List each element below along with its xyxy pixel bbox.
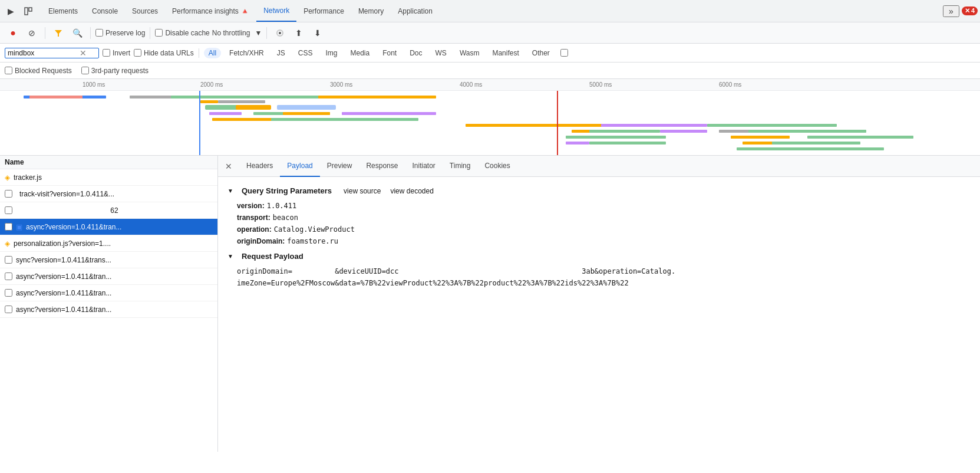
filter-type-wasm[interactable]: Wasm [455,48,484,58]
filter-type-js[interactable]: JS [272,48,290,58]
tab-console[interactable]: Console [85,0,125,22]
item-checkbox[interactable] [5,289,12,297]
filter-type-css[interactable]: CSS [293,48,318,58]
tab-response[interactable]: Response [359,156,405,177]
list-item[interactable]: 62 [0,202,217,219]
throttle-select[interactable]: No throttling ▼ [212,29,262,37]
tab-application[interactable]: Application [391,0,440,22]
bar-23 [660,130,707,133]
item-checkbox[interactable] [5,306,12,313]
ruler-1000: 1000 ms [83,81,105,88]
filter-type-all[interactable]: All [204,48,221,58]
download-icon[interactable]: ⬇ [309,25,326,41]
tab-memory[interactable]: Memory [351,0,391,22]
detail-content: ▼ Query String Parameters view source vi… [218,177,980,294]
bar-7 [218,100,265,103]
bar-17 [466,124,583,127]
list-item[interactable]: async?version=1.0.411&tran... [0,301,217,318]
hide-data-urls-label[interactable]: Hide data URLs [134,49,194,57]
upload-icon[interactable]: ⬆ [291,25,307,41]
bar-10 [277,105,336,110]
tab-payload[interactable]: Payload [280,156,319,177]
item-checkbox[interactable] [5,223,12,231]
request-payload-header[interactable]: ▼ Request Payload [227,247,971,265]
ruler-6000: 6000 ms [719,81,741,88]
toggle-icon: ▼ [227,188,233,194]
third-party-requests-label[interactable]: 3rd-party requests [81,67,149,75]
blocked-requests-label[interactable]: Blocked Requests [5,67,72,75]
tab-cookies[interactable]: Cookies [477,156,517,177]
filter-type-img[interactable]: Img [321,48,342,58]
filter-type-fetch-xhr[interactable]: Fetch/XHR [225,48,269,58]
view-decoded-link[interactable]: view decoded [390,187,433,195]
record-button[interactable]: ● [5,25,21,41]
more-tabs-button[interactable]: » [943,5,959,17]
tab-headers[interactable]: Headers [239,156,280,177]
inspect-icon[interactable] [20,3,37,19]
js-icon: ◈ [5,239,10,248]
bar-25 [748,130,866,133]
hide-data-urls-checkbox[interactable] [134,49,141,57]
preserve-log-label[interactable]: Preserve log [95,29,145,37]
separator-4 [266,27,267,39]
main-tabs: Elements Console Sources Performance ins… [41,0,943,22]
view-source-link[interactable]: view source [344,187,381,195]
filter-clear-button[interactable]: ✕ [80,48,87,58]
svg-rect-0 [25,8,28,15]
blocked-requests-checkbox[interactable] [5,67,12,74]
bar-26 [566,136,666,139]
tab-initiator[interactable]: Initiator [405,156,442,177]
list-item[interactable]: async?version=1.0.411&tran... [0,285,217,301]
search-button[interactable]: 🔍 [69,25,85,41]
third-party-checkbox[interactable] [81,67,89,74]
tab-network[interactable]: Network [256,0,296,22]
disable-cache-label[interactable]: Disable cache [155,29,209,37]
preserve-log-checkbox[interactable] [95,29,103,37]
item-checkbox[interactable] [5,272,12,280]
detail-panel: ✕ Headers Payload Preview Response Initi… [218,156,980,452]
timeline-canvas [12,91,980,156]
filter-bar: ✕ Invert Hide data URLs All Fetch/XHR JS… [0,44,980,63]
bar-29 [566,142,589,144]
list-item-selected[interactable]: ▣ async?version=1.0.411&tran... [0,219,217,235]
tab-performance-insights[interactable]: Performance insights 🔺 [165,0,256,22]
network-settings-icon[interactable] [272,25,288,41]
filter-type-doc[interactable]: Doc [405,48,427,58]
item-checkbox[interactable] [5,190,12,198]
filter-type-media[interactable]: Media [345,48,374,58]
query-string-header[interactable]: ▼ Query String Parameters view source vi… [227,182,971,200]
tab-timing[interactable]: Timing [443,156,478,177]
list-item[interactable]: ◈ personalization.js?version=1.... [0,235,217,252]
bar-16 [271,118,418,121]
list-item[interactable]: track-visit?version=1.0.411&... [0,186,217,202]
svg-rect-1 [29,8,32,11]
tab-sources[interactable]: Sources [125,0,165,22]
other-checkbox[interactable] [560,49,568,57]
detail-close-button[interactable]: ✕ [223,160,235,172]
item-checkbox[interactable] [5,256,12,264]
filter-type-manifest[interactable]: Manifest [487,48,523,58]
red-marker [557,91,558,156]
bar-20 [707,124,837,127]
bar-30 [589,142,666,144]
list-item[interactable]: sync?version=1.0.411&trans... [0,252,217,268]
filter-button[interactable] [50,25,67,41]
filter-type-other[interactable]: Other [527,48,555,58]
filter-type-ws[interactable]: WS [431,48,451,58]
tab-preview[interactable]: Preview [320,156,359,177]
timeline-area: 1000 ms 2000 ms 3000 ms 4000 ms 5000 ms … [0,79,980,156]
invert-label[interactable]: Invert [103,49,130,57]
list-item[interactable]: async?version=1.0.411&tran... [0,268,217,285]
list-item[interactable]: ◈ tracker.js [0,169,217,186]
tab-elements[interactable]: Elements [41,0,85,22]
invert-checkbox[interactable] [103,49,110,57]
clear-button[interactable]: ⊘ [24,25,40,41]
disable-cache-checkbox[interactable] [155,29,163,37]
filter-type-font[interactable]: Font [378,48,401,58]
cursor-icon[interactable]: ▶ [2,3,19,19]
tab-performance[interactable]: Performance [296,0,351,22]
bar-22 [589,130,660,133]
item-checkbox[interactable] [5,206,12,214]
filter-input[interactable] [8,49,78,57]
svg-marker-2 [55,30,62,37]
